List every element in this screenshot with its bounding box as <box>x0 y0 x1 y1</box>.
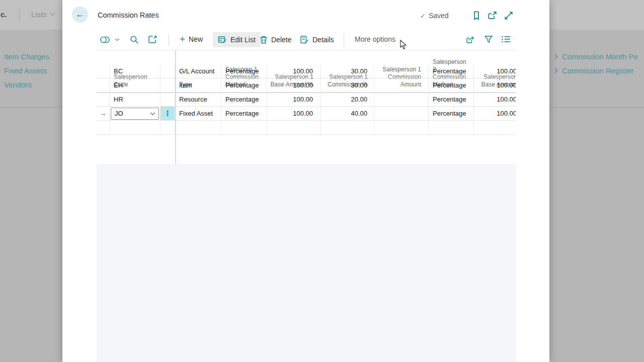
cell-s1-base[interactable]: 100.00 <box>267 107 321 121</box>
cell-s2-base[interactable]: 100.00 <box>474 93 516 107</box>
link-label: Commission Month Pe <box>562 52 638 61</box>
link-label: Vendors <box>4 80 32 89</box>
cell-s2-method[interactable] <box>429 121 474 135</box>
edit-list-label: Edit List <box>230 36 256 44</box>
details-button-label: Details <box>312 36 334 44</box>
cell-row-actions[interactable] <box>160 121 175 135</box>
cell-s1-amount[interactable] <box>374 107 429 121</box>
analyze-button[interactable] <box>148 35 157 45</box>
cell-s1-amount[interactable] <box>374 78 429 93</box>
edit-list-icon <box>218 35 227 44</box>
delete-button-label: Delete <box>271 36 291 44</box>
list-layout-icon[interactable] <box>501 35 511 43</box>
nav-divider <box>19 8 20 22</box>
cell-type[interactable]: Resource <box>175 93 221 107</box>
row-select-cell[interactable] <box>97 121 110 135</box>
cell-s1-commission[interactable] <box>321 121 374 135</box>
row-actions-button[interactable]: ⋮ <box>160 107 175 121</box>
cell-s1-method[interactable]: Percentage <box>221 64 267 78</box>
chevron-right-icon <box>554 54 558 59</box>
link-label: Fixed Assets <box>4 66 47 75</box>
cell-s1-commission[interactable]: 20.00 <box>321 93 374 107</box>
new-button[interactable]: + New <box>180 35 203 43</box>
cell-s1-base[interactable]: 100.00 <box>267 78 321 93</box>
sidebar-item-fixed-assets[interactable]: Fixed Assets <box>4 66 47 75</box>
cell-s1-base[interactable] <box>267 121 321 135</box>
cell-s2-method[interactable]: Percentage <box>429 78 474 93</box>
salesperson-code-combobox[interactable]: JO <box>111 108 159 120</box>
frozen-column-divider <box>175 50 176 164</box>
cell-s1-amount[interactable] <box>374 121 429 135</box>
cell-s2-method[interactable]: Percentage <box>429 93 474 107</box>
back-button[interactable]: ← <box>72 7 88 23</box>
cell-type[interactable] <box>175 121 221 135</box>
cell-s2-base[interactable]: 100.00 <box>474 107 516 121</box>
share-button[interactable] <box>465 35 476 45</box>
row-select-cell[interactable] <box>97 64 110 78</box>
link-label: Commission Register <box>562 66 634 75</box>
link-commission-month-periods[interactable]: Commission Month Pe <box>554 52 638 61</box>
more-options-button[interactable]: More options <box>355 35 395 43</box>
active-row-arrow-icon: → <box>100 110 106 117</box>
ellipsis-vertical-icon: ⋮ <box>164 109 171 117</box>
cell-code-active: JO <box>110 107 160 121</box>
new-button-label: New <box>189 35 203 43</box>
cell-s2-method[interactable]: Percentage <box>429 107 474 121</box>
cell-row-actions[interactable] <box>160 78 175 93</box>
edit-list-button[interactable]: Edit List <box>213 32 261 47</box>
cell-type[interactable]: Fixed Asset <box>175 107 221 121</box>
active-row-indicator: → <box>97 107 110 121</box>
cell-s1-method[interactable]: Percentage <box>221 107 267 121</box>
nav-lists-menu[interactable]: Lists <box>31 10 55 19</box>
search-button[interactable] <box>130 35 139 44</box>
trash-icon <box>260 35 268 44</box>
link-label: Item Charges <box>4 52 49 61</box>
cell-s2-method[interactable]: Percentage <box>429 64 474 78</box>
cell-s1-amount[interactable] <box>374 64 429 78</box>
toolbar-divider <box>169 35 169 46</box>
page-title: Commission Rates <box>98 11 159 19</box>
cell-s1-amount[interactable] <box>374 93 429 107</box>
row-select-cell[interactable] <box>97 93 110 107</box>
back-arrow-icon: ← <box>76 10 85 20</box>
cell-s1-method[interactable]: Percentage <box>221 93 267 107</box>
cell-s2-base[interactable]: 100.00 <box>474 64 516 78</box>
expand-icon[interactable] <box>503 10 514 21</box>
cell-row-actions[interactable] <box>160 93 175 107</box>
toolbar-divider <box>344 35 344 46</box>
bookmark-icon[interactable] <box>471 10 482 21</box>
content-background <box>97 164 516 362</box>
cell-s2-base[interactable] <box>474 121 516 135</box>
cell-s1-method[interactable] <box>221 121 267 135</box>
cell-code[interactable]: HR <box>110 93 160 107</box>
views-menu-button[interactable] <box>100 35 120 44</box>
cell-s1-commission[interactable]: 30.00 <box>321 64 374 78</box>
cell-code[interactable] <box>110 121 160 135</box>
delete-button[interactable]: Delete <box>260 35 291 44</box>
row-select-cell[interactable] <box>97 78 110 93</box>
share-icon <box>465 35 476 45</box>
cell-row-actions[interactable] <box>160 64 175 78</box>
chevron-down-icon[interactable] <box>150 112 155 116</box>
cell-code[interactable]: EH <box>110 78 160 93</box>
filter-icon[interactable] <box>484 35 493 44</box>
open-in-window-icon[interactable] <box>487 10 498 21</box>
cell-s2-base[interactable]: 100.00 <box>474 78 516 93</box>
chevron-down-icon <box>115 38 120 41</box>
cell-s1-commission[interactable]: 40.00 <box>321 107 374 121</box>
combobox-value: JO <box>115 108 123 119</box>
sidebar-item-item-charges[interactable]: Item Charges <box>4 52 49 61</box>
cell-s1-method[interactable]: Percentage <box>221 78 267 93</box>
cell-code[interactable]: BC <box>110 64 160 78</box>
details-button[interactable]: Details <box>300 35 334 44</box>
save-status: ✓ Saved <box>420 12 449 20</box>
cell-s1-base[interactable]: 100.00 <box>267 64 321 78</box>
cell-type[interactable]: G/L Account <box>175 64 221 78</box>
link-commission-register[interactable]: Commission Register <box>554 66 634 75</box>
commission-rates-table: Salesperson Code Type Salesprsn 1 Commis… <box>97 50 516 164</box>
chevron-right-icon <box>554 68 558 73</box>
sidebar-item-vendors[interactable]: Vendors <box>4 80 32 89</box>
cell-type[interactable]: Item <box>175 78 221 93</box>
cell-s1-base[interactable]: 100.00 <box>267 93 321 107</box>
cell-s1-commission[interactable]: 30.00 <box>321 78 374 93</box>
